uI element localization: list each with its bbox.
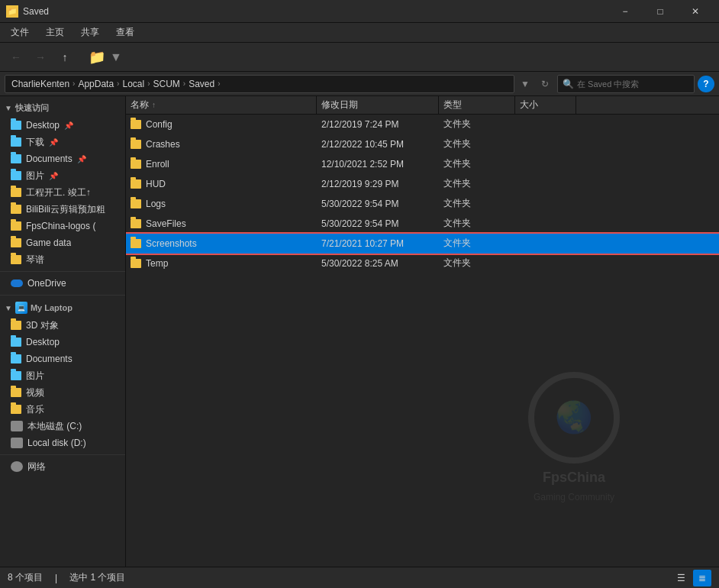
table-row[interactable]: Crashes 2/12/2022 10:45 PM 文件夹 — [126, 134, 719, 154]
breadcrumb-sep-1: › — [73, 79, 75, 88]
forward-button[interactable]: → — [29, 46, 52, 69]
sidebar-item-fpschina[interactable]: FpsChina-logos ( — [2, 218, 124, 234]
file-date-cell: 2/12/2019 9:29 PM — [317, 174, 439, 193]
fpschina-label: FpsChina-logos ( — [26, 221, 95, 231]
file-name-label: Screenshots — [146, 238, 197, 249]
view-buttons: ☰ ≣ — [672, 570, 711, 586]
bilibili-folder-icon — [11, 205, 21, 214]
menu-home[interactable]: 主页 — [38, 24, 72, 40]
table-row[interactable]: HUD 2/12/2019 9:29 PM 文件夹 — [126, 174, 719, 194]
file-name-cell: Logs — [126, 194, 317, 213]
file-list-header: 名称 ↑ 修改日期 类型 大小 — [126, 96, 719, 115]
network-icon — [11, 461, 23, 472]
breadcrumb-scum[interactable]: SCUM — [153, 79, 179, 89]
maximize-button[interactable]: □ — [643, 0, 678, 23]
row-folder-icon — [131, 120, 141, 129]
row-folder-icon — [131, 140, 141, 149]
laptop-desktop-label: Desktop — [26, 337, 60, 347]
project-label: 工程开工. 竣工↑ — [26, 186, 91, 199]
sidebar-item-downloads[interactable]: 下载 📌 — [2, 134, 124, 150]
help-button[interactable]: ? — [698, 76, 714, 92]
my-laptop-chevron: ▼ — [5, 304, 12, 312]
sidebar-item-drive-c[interactable]: 本地磁盘 (C:) — [2, 418, 124, 435]
breadcrumb-sep-4: › — [183, 79, 185, 88]
sidebar-item-onedrive[interactable]: OneDrive — [2, 275, 124, 292]
my-laptop-header[interactable]: ▼ 💻 My Laptop — [0, 299, 125, 317]
menu-file[interactable]: 文件 — [3, 24, 37, 40]
toolbar-folder-icon: 📁 — [85, 46, 108, 69]
pictures-folder-icon — [11, 171, 21, 180]
search-input[interactable] — [577, 79, 689, 89]
sidebar-item-network[interactable]: 网络 — [2, 458, 124, 475]
col-header-name[interactable]: 名称 ↑ — [126, 96, 317, 114]
breadcrumb-charliekenten[interactable]: CharlieKenten — [11, 79, 69, 89]
sidebar-item-3d[interactable]: 3D 对象 — [2, 317, 124, 334]
sidebar-item-pictures[interactable]: 图片 📌 — [2, 167, 124, 184]
downloads-label: 下载 — [26, 136, 44, 149]
gamedata-label: Game data — [26, 237, 71, 248]
file-name-label: SaveFiles — [146, 218, 186, 229]
sidebar-item-qinpu[interactable]: 琴谱 — [2, 251, 124, 268]
up-button[interactable]: ↑ — [53, 46, 76, 69]
file-type-cell: 文件夹 — [439, 214, 515, 233]
sidebar-item-laptop-documents[interactable]: Documents — [2, 351, 124, 367]
content-area: 🌏 FpsChina Gaming Community 名称 ↑ 修改日期 类型… — [126, 96, 719, 567]
file-name-cell: Config — [126, 115, 317, 134]
sidebar-item-project[interactable]: 工程开工. 竣工↑ — [2, 184, 124, 201]
downloads-folder-icon — [11, 137, 21, 147]
menu-view[interactable]: 查看 — [108, 24, 142, 40]
sidebar-item-gamedata[interactable]: Game data — [2, 234, 124, 251]
breadcrumb[interactable]: CharlieKenten › AppData › Local › SCUM ›… — [5, 75, 514, 93]
col-header-size[interactable]: 大小 — [515, 96, 576, 114]
breadcrumb-appdata[interactable]: AppData — [78, 79, 114, 89]
laptop-desktop-folder-icon — [11, 338, 21, 347]
search-icon: 🔍 — [563, 79, 574, 89]
refresh-button[interactable]: ↻ — [536, 75, 554, 93]
sidebar-item-laptop-pictures[interactable]: 图片 — [2, 367, 124, 384]
breadcrumb-saved[interactable]: Saved — [189, 79, 214, 89]
file-size-cell — [515, 234, 576, 253]
desktop-folder-icon — [11, 121, 21, 130]
table-row[interactable]: SaveFiles 5/30/2022 9:54 PM 文件夹 — [126, 214, 719, 234]
my-laptop-pc-icon: 💻 — [15, 302, 27, 314]
drive-c-icon — [11, 421, 23, 431]
sidebar-item-desktop[interactable]: Desktop 📌 — [2, 117, 124, 134]
sidebar-item-laptop-videos[interactable]: 视频 — [2, 384, 124, 401]
list-view-button[interactable]: ≣ — [693, 570, 711, 586]
minimize-button[interactable]: − — [608, 0, 643, 23]
qinpu-folder-icon — [11, 255, 21, 264]
search-box[interactable]: 🔍 — [557, 75, 695, 93]
table-row[interactable]: Logs 5/30/2022 9:54 PM 文件夹 — [126, 194, 719, 214]
row-folder-icon — [131, 219, 141, 228]
col-header-type[interactable]: 类型 — [439, 96, 515, 114]
quick-access-header[interactable]: ▼ 快速访问 — [0, 99, 125, 117]
details-view-button[interactable]: ☰ — [672, 570, 690, 586]
menu-share[interactable]: 共享 — [73, 24, 107, 40]
breadcrumb-local[interactable]: Local — [122, 79, 144, 89]
pin-icon-documents: 📌 — [77, 155, 86, 163]
sidebar: ▼ 快速访问 Desktop 📌 下载 📌 Documents 📌 图片 📌 工… — [0, 96, 126, 567]
col-header-date[interactable]: 修改日期 — [317, 96, 439, 114]
breadcrumb-sep-3: › — [147, 79, 150, 88]
file-date-cell: 12/10/2021 2:52 PM — [317, 154, 439, 173]
table-row[interactable]: Screenshots 7/21/2021 10:27 PM 文件夹 — [126, 234, 719, 254]
table-row[interactable]: Enroll 12/10/2021 2:52 PM 文件夹 — [126, 154, 719, 174]
sidebar-item-documents[interactable]: Documents 📌 — [2, 150, 124, 167]
file-date-cell: 7/21/2021 10:27 PM — [317, 234, 439, 253]
title-bar: 📁 Saved − □ ✕ — [0, 0, 719, 23]
sidebar-item-drive-d[interactable]: Local disk (D:) — [2, 435, 124, 451]
file-date-cell: 2/12/2022 10:45 PM — [317, 134, 439, 153]
fpschina-folder-icon — [11, 221, 21, 231]
table-row[interactable]: Temp 5/30/2022 8:25 AM 文件夹 — [126, 254, 719, 273]
file-name-cell: HUD — [126, 174, 317, 193]
close-button[interactable]: ✕ — [678, 0, 713, 23]
sidebar-item-bilibili[interactable]: BiliBili云剪辑预加粗 — [2, 201, 124, 218]
row-folder-icon — [131, 160, 141, 169]
file-name-label: Config — [146, 119, 172, 130]
back-button[interactable]: ← — [5, 46, 27, 69]
sidebar-item-laptop-music[interactable]: 音乐 — [2, 401, 124, 418]
file-type-cell: 文件夹 — [439, 234, 515, 253]
address-dropdown-button[interactable]: ▼ — [517, 75, 533, 93]
sidebar-item-laptop-desktop[interactable]: Desktop — [2, 334, 124, 351]
table-row[interactable]: Config 2/12/2019 7:24 PM 文件夹 — [126, 115, 719, 134]
